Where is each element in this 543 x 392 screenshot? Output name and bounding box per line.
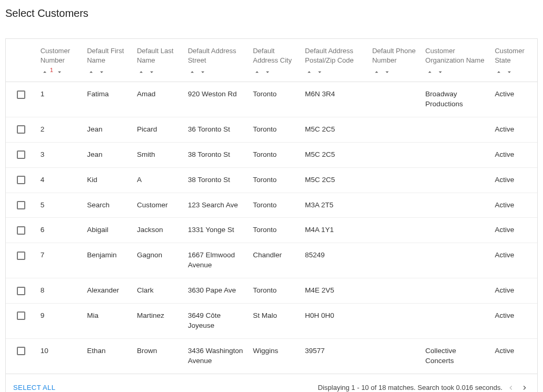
cell-state: Active [490, 142, 537, 167]
cell-organization [421, 304, 491, 339]
row-checkbox[interactable] [17, 311, 25, 320]
cell-street: 3630 Pape Ave [184, 278, 249, 304]
sort-desc-first-name[interactable] [97, 68, 106, 76]
cell-state: Active [490, 304, 537, 339]
row-checkbox[interactable] [17, 201, 25, 209]
row-checkbox[interactable] [17, 91, 25, 99]
sort-desc-city[interactable] [263, 68, 272, 76]
table-row: 6 Abigail Jackson 1331 Yonge St Toronto … [6, 218, 537, 243]
cell-customer-number: 3 [36, 142, 83, 167]
select-all-button[interactable]: SELECT ALL [13, 384, 55, 391]
cell-city: Toronto [249, 142, 301, 167]
column-header-phone: Default Phone Number [368, 39, 421, 82]
cell-last-name: Smith [133, 142, 184, 167]
cell-first-name: Jean [83, 142, 133, 167]
cell-state: Active [490, 218, 537, 243]
sort-asc-state[interactable] [495, 68, 503, 76]
sort-desc-street[interactable] [199, 68, 207, 76]
cell-city: Chandler [249, 243, 301, 278]
prev-page-button[interactable] [506, 383, 516, 392]
label-organization: Customer Organization Name [426, 46, 487, 65]
label-first-name: Default First Name [87, 46, 129, 65]
cell-last-name: Brown [133, 338, 184, 373]
table-row: 4 Kid A 38 Toronto St Toronto M5C 2C5 Ac… [6, 167, 537, 193]
cell-phone [368, 278, 421, 304]
sort-asc-last-name[interactable] [137, 68, 145, 76]
table-row: 5 Search Customer 123 Search Ave Toronto… [6, 193, 537, 218]
row-checkbox[interactable] [17, 252, 25, 260]
cell-city: Toronto [249, 278, 301, 304]
table-row: 8 Alexander Clark 3630 Pape Ave Toronto … [6, 278, 537, 304]
cell-phone [368, 304, 421, 339]
cell-customer-number: 7 [36, 243, 83, 278]
cell-street: 920 Weston Rd [184, 82, 249, 117]
column-header-state: Customer State [490, 39, 537, 82]
row-checkbox[interactable] [17, 347, 25, 355]
sort-asc-customer-number[interactable] [41, 68, 49, 76]
table-row: 10 Ethan Brown 3436 Washington Avenue Wi… [6, 338, 537, 373]
cell-postal: H0H 0H0 [301, 304, 368, 339]
row-checkbox[interactable] [17, 287, 25, 295]
column-header-first-name: Default First Name [83, 39, 133, 82]
sort-desc-customer-number[interactable] [55, 68, 64, 76]
cell-last-name: Gagnon [133, 243, 184, 278]
table-footer: SELECT ALL Displaying 1 - 10 of 18 match… [6, 374, 537, 392]
row-checkbox[interactable] [17, 226, 25, 235]
cell-state: Active [490, 167, 537, 193]
cell-first-name: Search [83, 193, 133, 218]
row-checkbox[interactable] [17, 176, 25, 184]
cell-organization: Broadway Productions [421, 82, 491, 117]
cell-organization: Collective Concerts [421, 338, 491, 373]
label-phone: Default Phone Number [372, 46, 417, 65]
cell-state: Active [490, 338, 537, 373]
cell-state: Active [490, 193, 537, 218]
cell-organization [421, 278, 491, 304]
cell-last-name: Jackson [133, 218, 184, 243]
sort-desc-state[interactable] [505, 68, 514, 76]
sort-index: 1 [50, 67, 53, 73]
column-header-postal: Default Address Postal/Zip Code [301, 39, 368, 82]
sort-desc-postal[interactable] [315, 68, 324, 76]
cell-customer-number: 6 [36, 218, 83, 243]
pagination-display-text: Displaying 1 - 10 of 18 matches. Search … [318, 384, 502, 391]
cell-state: Active [490, 82, 537, 117]
table-row: 1 Fatima Amad 920 Weston Rd Toronto M6N … [6, 82, 537, 117]
cell-organization [421, 193, 491, 218]
cell-first-name: Benjamin [83, 243, 133, 278]
label-city: Default Address City [253, 46, 297, 65]
cell-phone [368, 218, 421, 243]
sort-asc-postal[interactable] [305, 68, 313, 76]
cell-last-name: A [133, 167, 184, 193]
next-page-button[interactable] [519, 383, 530, 392]
cell-first-name: Fatima [83, 82, 133, 117]
cell-city: Toronto [249, 82, 301, 117]
cell-street: 1667 Elmwood Avenue [184, 243, 249, 278]
sort-asc-city[interactable] [253, 68, 261, 76]
cell-postal: M4A 1Y1 [301, 218, 368, 243]
sort-asc-first-name[interactable] [87, 68, 95, 76]
table-row: 7 Benjamin Gagnon 1667 Elmwood Avenue Ch… [6, 243, 537, 278]
table-row: 9 Mia Martinez 3649 Côte Joyeuse St Malo… [6, 304, 537, 339]
customers-table-container: Customer Number 1 Default First Name [5, 38, 538, 392]
row-checkbox[interactable] [17, 150, 25, 159]
cell-last-name: Martinez [133, 304, 184, 339]
sort-asc-organization[interactable] [426, 68, 434, 76]
sort-desc-last-name[interactable] [147, 68, 156, 76]
cell-customer-number: 8 [36, 278, 83, 304]
cell-city: Toronto [249, 167, 301, 193]
sort-asc-street[interactable] [188, 68, 196, 76]
sort-asc-phone[interactable] [372, 68, 381, 76]
row-checkbox[interactable] [17, 125, 25, 134]
customers-table: Customer Number 1 Default First Name [6, 39, 537, 374]
sort-desc-organization[interactable] [436, 68, 445, 76]
cell-street: 38 Toronto St [184, 167, 249, 193]
cell-first-name: Kid [83, 167, 133, 193]
cell-city: Toronto [249, 117, 301, 142]
cell-organization [421, 117, 491, 142]
cell-city: Toronto [249, 218, 301, 243]
cell-street: 36 Toronto St [184, 117, 249, 142]
cell-phone [368, 243, 421, 278]
sort-desc-phone[interactable] [383, 68, 391, 76]
cell-phone [368, 193, 421, 218]
cell-phone [368, 142, 421, 167]
